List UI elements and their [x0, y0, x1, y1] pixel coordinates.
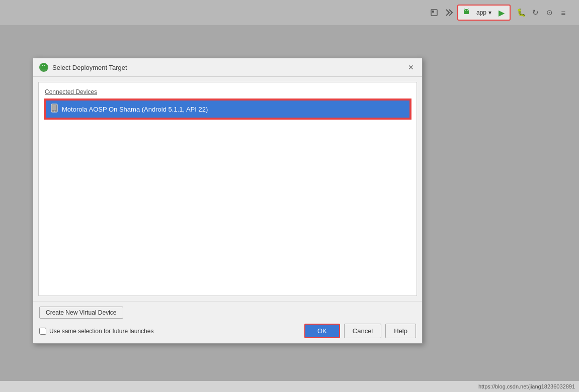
device-label: Motorola AOSP On Shama (Android 5.1.1, A… [62, 106, 208, 113]
toolbar: app ▾ ▶ 🐛 ↻ ⊙ ≡ [0, 0, 579, 25]
dialog-title-text: Select Deployment Target [52, 64, 127, 71]
checkbox-group: Use same selection for future launches [39, 328, 153, 335]
same-selection-checkbox[interactable] [39, 328, 46, 335]
device-phone-icon [51, 104, 58, 115]
run-icon: ▶ [499, 9, 505, 17]
dialog-close-button[interactable]: ✕ [406, 62, 416, 72]
device-list: Motorola AOSP On Shama (Android 5.1.1, A… [45, 99, 410, 289]
app-dropdown-icon: ▾ [488, 9, 491, 16]
svg-point-4 [465, 10, 466, 11]
dialog: Select Deployment Target ✕ Connected Dev… [33, 58, 423, 344]
profile-icon[interactable]: ⊙ [544, 7, 555, 18]
bug-icon[interactable]: 🐛 [516, 7, 527, 18]
dialog-title-left: Select Deployment Target [39, 63, 127, 72]
menu-icon[interactable]: ≡ [558, 7, 569, 18]
toolbar-icons-right: 🐛 ↻ ⊙ ≡ [516, 7, 569, 18]
device-item[interactable]: Motorola AOSP On Shama (Android 5.1.1, A… [45, 100, 410, 119]
dialog-icon [39, 63, 48, 72]
svg-point-5 [467, 10, 468, 11]
selected-device-wrapper: Motorola AOSP On Shama (Android 5.1.1, A… [44, 99, 411, 120]
dialog-titlebar: Select Deployment Target ✕ [33, 58, 422, 77]
svg-point-14 [54, 111, 55, 112]
footer-bottom: Use same selection for future launches O… [39, 324, 416, 338]
svg-rect-3 [464, 11, 469, 14]
svg-rect-13 [52, 105, 56, 110]
svg-line-6 [464, 9, 465, 10]
toolbar-icon-2[interactable] [443, 7, 455, 19]
toolbar-icons-left [428, 7, 455, 19]
toolbar-icon-1[interactable] [428, 7, 440, 19]
app-label: app [476, 9, 486, 16]
android-icon [460, 7, 472, 19]
create-virtual-device-button[interactable]: Create New Virtual Device [39, 307, 123, 319]
run-button[interactable]: ▶ [495, 7, 508, 19]
app-button[interactable]: app ▾ [473, 8, 494, 17]
svg-rect-9 [41, 66, 47, 69]
dialog-device-area: Connected Devices Motorola AOSP On Shama… [38, 82, 417, 296]
footer-buttons: OK Cancel Help [304, 324, 416, 338]
svg-rect-1 [432, 11, 434, 13]
help-button[interactable]: Help [385, 324, 416, 338]
dialog-footer: Create New Virtual Device Use same selec… [33, 301, 422, 343]
status-url: https://blog.csdn.net/jiang18236032891 [478, 383, 575, 389]
app-run-group: app ▾ ▶ [457, 5, 511, 21]
status-bar: https://blog.csdn.net/jiang18236032891 [0, 381, 579, 392]
ok-button[interactable]: OK [304, 324, 340, 338]
svg-point-10 [42, 65, 43, 66]
footer-top: Create New Virtual Device [39, 307, 416, 319]
same-selection-label: Use same selection for future launches [49, 328, 153, 335]
svg-point-11 [44, 65, 45, 66]
sync-icon[interactable]: ↻ [530, 7, 541, 18]
svg-line-7 [468, 9, 469, 10]
cancel-button[interactable]: Cancel [344, 324, 381, 338]
section-label: Connected Devices [45, 88, 410, 95]
